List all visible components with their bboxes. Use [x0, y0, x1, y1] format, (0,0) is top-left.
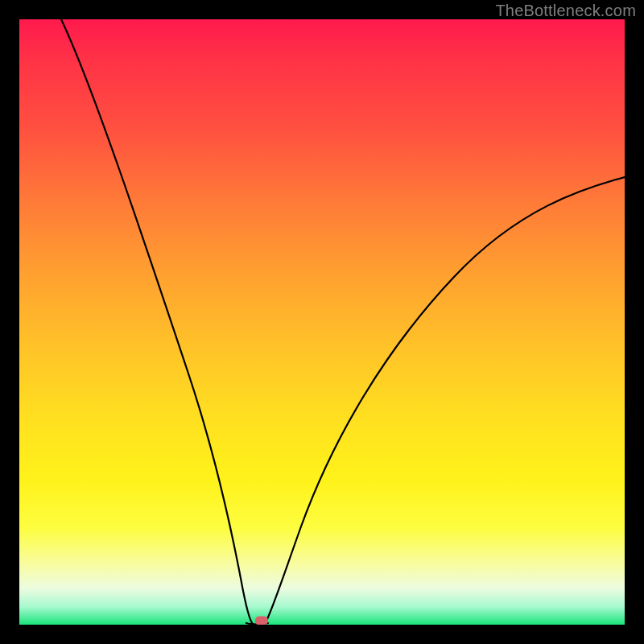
chart-frame: TheBottleneck.com	[0, 0, 644, 644]
plot-area	[19, 19, 625, 625]
bottleneck-curve	[19, 19, 625, 625]
optimal-point-marker	[255, 617, 268, 625]
watermark-text: TheBottleneck.com	[495, 2, 636, 20]
curve-right-branch	[265, 177, 625, 624]
curve-left-branch	[61, 19, 253, 624]
